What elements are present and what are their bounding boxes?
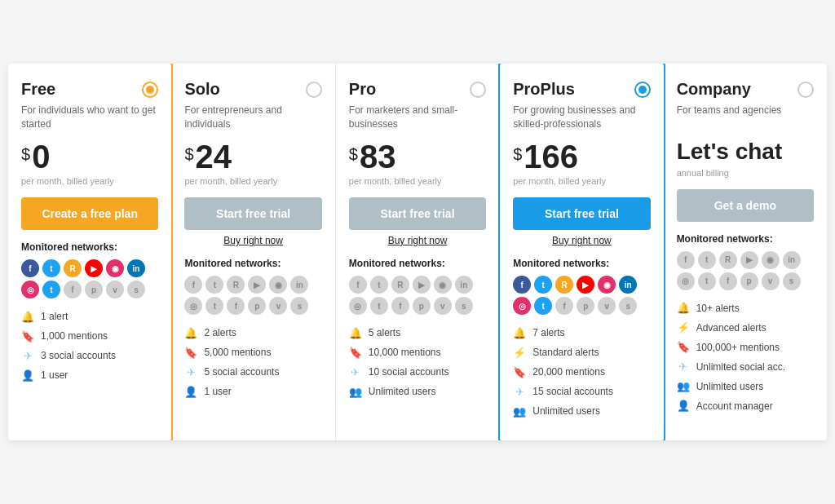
solo-net-7: ◎ [184,297,202,315]
plan-company-billing: annual billing [677,168,814,178]
plan-proplus-desc: For growing businesses and skilled-profe… [513,104,650,131]
plan-company: Company For teams and agencies Let's cha… [664,64,827,441]
proplus-feature-3: 🔖 20,000 mentions [513,365,650,378]
free-feature-1: 🔔 1 alert [21,310,158,323]
solo-net-11: v [269,297,287,315]
paper-plane-icon: ✈ [349,365,362,378]
plan-pro-radio[interactable] [470,82,486,98]
solo-feature-4-text: 1 user [204,386,231,397]
plan-pro: Pro For marketers and small-businesses $… [336,64,500,441]
plan-proplus-billing: per month, billed yearly [513,176,650,186]
pro-features: 🔔 5 alerts 🔖 10,000 mentions ✈ 10 social… [349,326,486,398]
company-networks-label: Monitored networks: [677,233,814,245]
bell-icon: 🔔 [677,302,690,315]
pricing-container: Free For individuals who want to get sta… [8,64,827,441]
pro-net-1: f [349,276,367,294]
pro-cta-button[interactable]: Start free trial [349,197,486,230]
proplus-net-9: f [555,297,573,315]
plan-solo-amount: 24 [196,140,232,173]
plan-free-desc: For individuals who want to get started [21,104,158,131]
plan-free: Free For individuals who want to get sta… [8,64,173,441]
company-feature-5: 👥 Unlimited users [677,380,814,393]
alert-icon: ⚡ [513,346,526,359]
bell-blue-icon: 🔔 [513,326,526,339]
network-youtube: ▶ [85,259,103,277]
plan-free-name: Free [21,80,55,99]
network-linkedin: in [127,259,145,277]
proplus-cta-button[interactable]: Start free trial [513,197,650,230]
plan-company-desc: For teams and agencies [677,104,814,130]
company-net-9: f [719,272,737,290]
solo-buy-now-link[interactable]: Buy right now [184,235,321,246]
solo-net-10: p [248,297,266,315]
proplus-feature-4: ✈ 15 social accounts [513,385,650,398]
company-net-1: f [677,251,695,269]
solo-net-9: f [227,297,245,315]
free-networks-label: Monitored networks: [21,241,158,253]
proplus-net-12: s [619,297,637,315]
proplus-networks-label: Monitored networks: [513,258,650,269]
plan-solo-dollar: $ [184,145,193,164]
bookmark-icon: 🔖 [349,346,362,359]
proplus-buy-now-link[interactable]: Buy right now [513,235,650,246]
paper-plane-icon: ✈ [184,365,197,378]
network-twitter: t [42,259,60,277]
solo-feature-1-text: 2 alerts [204,327,236,338]
proplus-net-1: f [513,276,531,294]
company-feature-2-text: Advanced alerts [696,322,767,334]
plan-solo-billing: per month, billed yearly [184,176,321,186]
user-icon: 👤 [21,369,34,382]
solo-net-4: ▶ [248,276,266,294]
solo-net-2: t [205,276,223,294]
pro-buy-now-link[interactable]: Buy right now [349,235,486,246]
plan-solo-header: Solo [184,80,321,99]
proplus-feature-5: 👥 Unlimited users [513,405,650,418]
company-feature-6-text: Account manager [696,400,773,412]
proplus-feature-3-text: 20,000 mentions [532,366,605,378]
plan-company-radio[interactable] [797,82,814,98]
proplus-net-11: v [598,297,616,315]
company-cta-button[interactable]: Get a demo [677,189,814,222]
free-cta-button[interactable]: Create a free plan [21,197,158,230]
plan-solo-radio[interactable] [306,82,322,98]
network-instagram: ◉ [106,259,124,277]
solo-feature-3-text: 5 social accounts [204,366,279,378]
bookmark-icon: 🔖 [21,329,34,343]
company-net-5: ◉ [762,251,780,269]
proplus-feature-5-text: Unlimited users [532,405,600,417]
company-feature-4-text: Unlimited social acc. [696,361,785,373]
proplus-net-4: ▶ [577,276,594,294]
company-feature-5-text: Unlimited users [696,381,764,392]
company-net-8: t [698,272,716,290]
alert-advanced-icon: ⚡ [677,321,690,334]
pro-net-3: R [391,276,409,294]
plan-free-price: $ 0 [21,140,158,173]
plan-proplus-radio[interactable] [634,82,651,98]
proplus-net-8: t [534,297,552,315]
free-features: 🔔 1 alert 🔖 1,000 mentions ✈ 3 social ac… [21,310,158,382]
pro-net-5: ◉ [434,276,452,294]
plan-company-header: Company [677,80,814,99]
pro-feature-3: ✈ 10 social accounts [349,365,486,378]
plan-proplus-dollar: $ [513,145,522,164]
company-net-11: v [762,272,780,290]
plan-company-amount: Let's chat [677,139,783,165]
plan-free-radio[interactable] [142,82,158,98]
company-feature-3-text: 100,000+ mentions [696,342,780,353]
plan-proplus-header: ProPlus [513,80,650,99]
network-gray1: f [64,281,82,298]
solo-cta-button[interactable]: Start free trial [184,197,321,230]
free-network-icons: f t R ▶ ◉ in ◎ t f p v s [21,259,158,298]
pro-feature-3-text: 10 social accounts [369,366,449,378]
solo-net-8: t [205,297,223,315]
plan-solo: Solo For entrepreneurs and individuals $… [171,64,335,441]
proplus-feature-1-text: 7 alerts [532,327,564,338]
plan-pro-header: Pro [349,80,486,99]
user-icon: 👥 [677,380,690,393]
company-features: 🔔 10+ alerts ⚡ Advanced alerts 🔖 100,000… [677,302,814,413]
proplus-network-icons: f t R ▶ ◉ in ◎ t f p v s [513,276,650,315]
bell-icon: 🔔 [21,310,34,323]
proplus-feature-4-text: 15 social accounts [532,386,613,397]
plan-free-amount: 0 [32,140,50,173]
paper-plane-icon: ✈ [21,349,34,362]
